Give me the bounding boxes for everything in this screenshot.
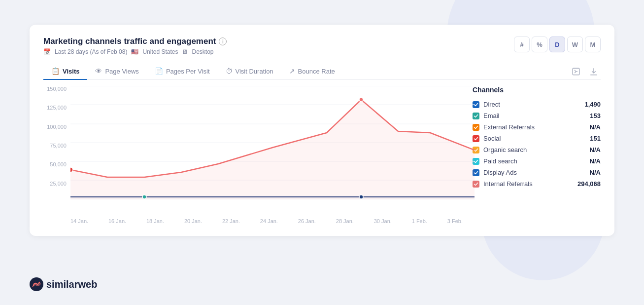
y-label-25k: 25,000	[50, 181, 67, 187]
x-label-18jan: 18 Jan.	[146, 218, 164, 224]
hash-button[interactable]: #	[514, 37, 530, 52]
y-label-50k: 50,000	[50, 161, 67, 167]
channel-name: Direct	[483, 101, 570, 108]
tab-pageviews-label: Page Views	[105, 68, 138, 75]
x-label-3feb: 3 Feb.	[447, 218, 463, 224]
channel-value: N/A	[574, 123, 601, 131]
channel-row: Paid searchN/A	[473, 155, 601, 167]
line-chart-svg	[70, 86, 475, 199]
channel-value: 294,068	[574, 180, 601, 188]
channel-name: Email	[483, 112, 570, 119]
tab-visits-label: Visits	[63, 68, 79, 75]
channel-name: Organic search	[483, 146, 570, 153]
y-label-125k: 125,000	[47, 105, 67, 111]
x-label-30jan: 30 Jan.	[374, 218, 392, 224]
pageviews-icon: 👁	[95, 67, 102, 75]
subtitle-device: Desktop	[192, 48, 213, 55]
desktop-icon: 🖥	[182, 48, 188, 55]
x-label-26jan: 26 Jan.	[298, 218, 316, 224]
card-subtitle: 📅 Last 28 days (As of Feb 08) 🇺🇸 United …	[43, 48, 227, 55]
subtitle-date: Last 28 days (As of Feb 08)	[55, 48, 127, 55]
channel-row: Email153	[473, 110, 601, 121]
percent-button[interactable]: %	[532, 37, 547, 52]
tab-visits[interactable]: 📋 Visits	[43, 63, 87, 80]
x-label-16jan: 16 Jan.	[108, 218, 126, 224]
chart-container: 150,000 125,000 100,000 75,000 50,000 25…	[43, 86, 463, 224]
svg-marker-9	[70, 100, 475, 199]
title-text: Marketing channels traffic and engagemen…	[43, 37, 216, 46]
calendar-icon: 📅	[43, 48, 51, 55]
channel-row: External ReferralsN/A	[473, 121, 601, 133]
sw-logo-icon	[30, 277, 43, 291]
y-label-100k: 100,000	[47, 124, 67, 130]
x-axis: 14 Jan. 16 Jan. 18 Jan. 20 Jan. 22 Jan. …	[70, 216, 463, 224]
header-controls: # % D W M	[514, 37, 601, 52]
x-label-20jan: 20 Jan.	[184, 218, 202, 224]
export-icons	[569, 65, 601, 78]
channels-panel: Channels Direct1,490Email153External Ref…	[473, 86, 601, 224]
channel-value: N/A	[574, 169, 601, 176]
channel-row: Social151	[473, 133, 601, 144]
channel-name: Paid search	[483, 157, 570, 165]
x-label-1feb: 1 Feb.	[412, 218, 427, 224]
tab-bounce-label: Bounce Rate	[298, 68, 335, 75]
subtitle-country: United States	[142, 48, 178, 55]
flag-icon: 🇺🇸	[131, 48, 138, 55]
card-title: Marketing channels traffic and engagemen…	[43, 37, 227, 46]
channel-row: Display AdsN/A	[473, 167, 601, 178]
y-label-150k: 150,000	[47, 86, 67, 92]
svg-point-12	[70, 167, 73, 172]
channel-value: 1,490	[574, 101, 601, 108]
bounce-icon: ↗	[289, 67, 295, 75]
channel-value: 153	[574, 112, 601, 119]
visits-icon: 📋	[51, 67, 60, 75]
chart-area: 150,000 125,000 100,000 75,000 50,000 25…	[43, 86, 601, 224]
x-label-14jan: 14 Jan.	[70, 218, 88, 224]
duration-icon: ⏱	[226, 67, 233, 75]
tab-ppv-label: Pages Per Visit	[166, 68, 210, 75]
channel-value: N/A	[574, 157, 601, 165]
tab-duration-label: Visit Duration	[236, 68, 273, 75]
x-label-24jan: 24 Jan.	[260, 218, 278, 224]
channel-row: Organic searchN/A	[473, 144, 601, 155]
sw-brand-name: similarweb	[46, 279, 97, 290]
main-card: Marketing channels traffic and engagemen…	[30, 25, 614, 236]
ppv-icon: 📄	[155, 67, 163, 75]
info-icon[interactable]: i	[219, 38, 227, 45]
excel-export-button[interactable]	[569, 65, 583, 78]
channel-name: Display Ads	[483, 169, 570, 176]
channel-name: Social	[483, 135, 570, 142]
x-label-22jan: 22 Jan.	[222, 218, 240, 224]
tab-visit-duration[interactable]: ⏱ Visit Duration	[218, 63, 281, 80]
m-button[interactable]: M	[585, 37, 601, 52]
y-axis: 150,000 125,000 100,000 75,000 50,000 25…	[43, 86, 70, 199]
channel-value: N/A	[574, 146, 601, 153]
y-label-75k: 75,000	[50, 143, 67, 149]
svg-point-10	[142, 195, 146, 199]
channel-value: 151	[574, 135, 601, 142]
branding: similarweb	[30, 277, 97, 291]
w-button[interactable]: W	[567, 37, 583, 52]
tab-bounce-rate[interactable]: ↗ Bounce Rate	[281, 63, 343, 80]
channel-row: Direct1,490	[473, 99, 601, 110]
x-label-28jan: 28 Jan.	[336, 218, 354, 224]
channels-title: Channels	[473, 86, 601, 94]
d-button[interactable]: D	[549, 37, 565, 52]
svg-point-13	[359, 98, 363, 102]
svg-point-11	[359, 195, 363, 199]
tab-pageviews[interactable]: 👁 Page Views	[87, 63, 146, 80]
tab-pages-per-visit[interactable]: 📄 Pages Per Visit	[147, 63, 218, 80]
channel-row: Internal Referrals294,068	[473, 178, 601, 190]
channel-name: External Referrals	[483, 123, 570, 131]
title-section: Marketing channels traffic and engagemen…	[43, 37, 227, 55]
card-header: Marketing channels traffic and engagemen…	[43, 37, 601, 55]
tabs-bar: 📋 Visits 👁 Page Views 📄 Pages Per Visit …	[43, 63, 601, 80]
channel-name: Internal Referrals	[483, 180, 570, 188]
channels-list: Direct1,490Email153External ReferralsN/A…	[473, 99, 601, 190]
download-button[interactable]	[587, 65, 601, 78]
